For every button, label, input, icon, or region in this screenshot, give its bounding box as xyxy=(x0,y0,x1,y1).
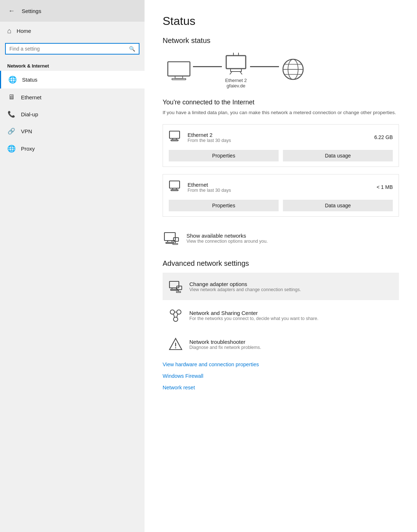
home-icon: ⌂ xyxy=(7,27,12,35)
network-status-heading: Network status xyxy=(163,36,399,45)
svg-line-36 xyxy=(173,314,175,317)
page-title: Status xyxy=(163,14,399,28)
network-card-ethernet2: Ethernet 2 From the last 30 days 6.22 GB… xyxy=(163,124,399,167)
network-card-info: Ethernet 2 From the last 30 days xyxy=(188,132,231,143)
settings-item-title: Change adapter options xyxy=(189,281,301,287)
svg-point-40 xyxy=(175,347,176,349)
sidebar-item-label: Proxy xyxy=(21,146,35,152)
svg-rect-19 xyxy=(171,190,178,191)
svg-rect-2 xyxy=(172,78,186,80)
advanced-heading: Advanced network settings xyxy=(163,259,399,268)
sidebar-item-proxy[interactable]: 🌐 Proxy xyxy=(0,140,145,157)
data-usage-button-ethernet[interactable]: Data usage xyxy=(283,200,393,211)
show-networks-icon xyxy=(163,229,181,247)
network-card-header-2: Ethernet From the last 30 days < 1 MB xyxy=(163,174,399,200)
show-networks[interactable]: Show available networks View the connect… xyxy=(163,224,399,252)
svg-point-34 xyxy=(173,317,178,321)
network-troubleshooter[interactable]: Network troubleshooter Diagnose and fix … xyxy=(163,330,399,358)
ethernet-icon: 🖥 xyxy=(7,93,15,101)
settings-item-title-3: Network troubleshooter xyxy=(189,339,261,345)
main-content: Status Network status Ethernet 2 xyxy=(145,0,417,532)
svg-line-7 xyxy=(230,72,232,74)
properties-button-ethernet[interactable]: Properties xyxy=(169,200,279,211)
globe-svg xyxy=(280,57,306,82)
svg-rect-0 xyxy=(168,61,190,75)
svg-point-32 xyxy=(170,310,175,314)
network-card-ethernet: Ethernet From the last 30 days < 1 MB Pr… xyxy=(163,174,399,217)
network-card-sub-2: From the last 30 days xyxy=(188,188,231,193)
show-networks-title: Show available networks xyxy=(186,233,268,239)
network-card-usage: 6.22 GB xyxy=(374,134,393,140)
data-usage-button-ethernet2[interactable]: Data usage xyxy=(283,150,393,161)
back-button[interactable]: ← xyxy=(6,5,17,17)
properties-button-ethernet2[interactable]: Properties xyxy=(169,150,279,161)
svg-rect-26 xyxy=(169,281,179,288)
troubleshooter-icon xyxy=(168,336,184,352)
search-input[interactable] xyxy=(9,46,129,52)
settings-item-title-2: Network and Sharing Center xyxy=(189,310,318,316)
settings-item-info-2: Network and Sharing Center For the netwo… xyxy=(189,310,318,321)
network-card-icon-2 xyxy=(169,180,182,195)
sidebar-item-ethernet[interactable]: 🖥 Ethernet xyxy=(0,88,145,106)
settings-item-desc: View network adapters and change connect… xyxy=(189,287,301,292)
sharing-center-icon xyxy=(168,307,184,323)
network-card-icon xyxy=(169,130,182,145)
sidebar-item-label: VPN xyxy=(21,128,32,134)
sidebar: ← Settings ⌂ Home 🔍 Network & Internet 🌐… xyxy=(0,0,145,532)
dialup-icon: 📞 xyxy=(7,111,15,118)
diagram-label: Ethernet 2 gfaiev.de xyxy=(225,78,247,88)
app-title: Settings xyxy=(22,8,41,14)
network-card-actions-2: Properties Data usage xyxy=(163,200,399,216)
connected-heading: You're connected to the Internet xyxy=(163,99,399,106)
link-hardware-properties[interactable]: View hardware and connection properties xyxy=(163,359,399,369)
connection-sub: gfaiev.de xyxy=(225,83,247,88)
sidebar-item-vpn[interactable]: 🔗 VPN xyxy=(0,123,145,140)
svg-rect-14 xyxy=(169,131,180,138)
diagram-line-1 xyxy=(193,66,222,67)
sidebar-item-label: Dial-up xyxy=(21,111,38,117)
link-network-reset[interactable]: Network reset xyxy=(163,382,399,393)
settings-item-info: Change adapter options View network adap… xyxy=(189,281,301,292)
network-diagram: Ethernet 2 gfaiev.de xyxy=(163,52,399,88)
sidebar-item-label: Ethernet xyxy=(21,94,42,100)
vpn-icon: 🔗 xyxy=(7,127,15,135)
diagram-router: Ethernet 2 gfaiev.de xyxy=(223,52,249,88)
svg-line-37 xyxy=(177,314,178,317)
connection-label: Ethernet 2 xyxy=(225,78,247,83)
svg-rect-16 xyxy=(171,140,178,141)
proxy-icon: 🌐 xyxy=(7,144,15,153)
network-card-left: Ethernet 2 From the last 30 days xyxy=(169,130,231,145)
diagram-line-2 xyxy=(250,66,279,67)
sidebar-item-status[interactable]: 🌐 Status xyxy=(0,71,145,88)
show-networks-text: Show available networks View the connect… xyxy=(186,233,268,244)
network-card-sub: From the last 30 days xyxy=(188,138,231,143)
change-adapter-icon xyxy=(168,278,184,294)
show-networks-sub: View the connection options around you. xyxy=(186,239,268,244)
home-item[interactable]: ⌂ Home xyxy=(0,22,145,40)
svg-rect-22 xyxy=(166,242,174,243)
sidebar-item-label: Status xyxy=(22,77,38,83)
status-icon: 🌐 xyxy=(8,75,16,84)
topbar: ← Settings xyxy=(0,0,145,22)
router-svg xyxy=(223,52,249,75)
search-box: 🔍 xyxy=(5,43,139,55)
settings-item-desc-3: Diagnose and fix network problems. xyxy=(189,345,261,350)
network-card-name-2: Ethernet xyxy=(188,182,231,188)
svg-rect-25 xyxy=(173,243,178,245)
svg-rect-31 xyxy=(176,291,181,293)
network-sharing-center[interactable]: Network and Sharing Center For the netwo… xyxy=(163,302,399,329)
svg-rect-17 xyxy=(169,181,180,188)
sidebar-item-dialup[interactable]: 📞 Dial-up xyxy=(0,106,145,123)
diagram-computer xyxy=(166,60,192,81)
svg-rect-3 xyxy=(226,56,246,69)
svg-point-33 xyxy=(177,310,181,314)
network-card-usage-2: < 1 MB xyxy=(377,184,393,190)
network-card-left-2: Ethernet From the last 30 days xyxy=(169,180,231,195)
change-adapter-options[interactable]: Change adapter options View network adap… xyxy=(163,273,399,300)
network-card-name: Ethernet 2 xyxy=(188,132,231,138)
link-windows-firewall[interactable]: Windows Firewall xyxy=(163,371,399,381)
settings-item-desc-2: For the networks you connect to, decide … xyxy=(189,316,318,321)
home-label: Home xyxy=(17,28,31,34)
diagram-globe xyxy=(280,57,306,84)
connected-desc: If you have a limited data plan, you can… xyxy=(163,109,399,116)
